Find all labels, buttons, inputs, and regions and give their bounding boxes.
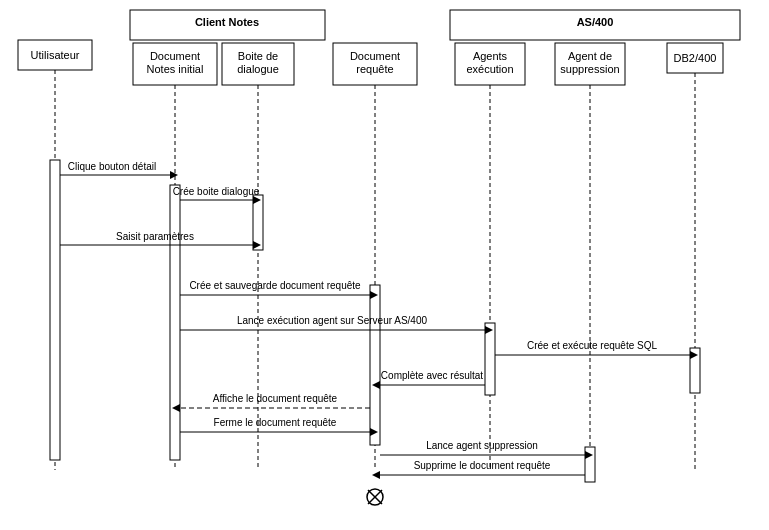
svg-rect-30 (50, 160, 60, 460)
svg-marker-68 (372, 471, 380, 479)
svg-text:Agents: Agents (473, 50, 508, 62)
svg-text:Document: Document (350, 50, 400, 62)
svg-text:Complète avec résultat: Complète avec résultat (381, 370, 483, 381)
svg-text:Client Notes: Client Notes (195, 16, 259, 28)
svg-text:Supprime le document requête: Supprime le document requête (414, 460, 551, 471)
svg-text:Document: Document (150, 50, 200, 62)
svg-rect-31 (170, 185, 180, 460)
svg-text:Ferme le document requête: Ferme le document requête (214, 417, 337, 428)
svg-text:Clique bouton détail: Clique bouton détail (68, 161, 156, 172)
svg-text:AS/400: AS/400 (577, 16, 614, 28)
sequence-diagram: Client Notes AS/400 Utilisateur Document… (0, 0, 769, 530)
svg-text:Notes initial: Notes initial (147, 63, 204, 75)
svg-text:exécution: exécution (466, 63, 513, 75)
svg-text:Crée boite dialogue: Crée boite dialogue (173, 186, 260, 197)
svg-text:Lance exécution agent sur Serv: Lance exécution agent sur Serveur AS/400 (237, 315, 428, 326)
svg-text:Crée et exécute requête SQL: Crée et exécute requête SQL (527, 340, 658, 351)
svg-text:Utilisateur: Utilisateur (31, 49, 80, 61)
svg-text:Boite de: Boite de (238, 50, 278, 62)
svg-text:DB2/400: DB2/400 (674, 52, 717, 64)
svg-text:Saisit paramètres: Saisit paramètres (116, 231, 194, 242)
svg-text:Lance agent suppression: Lance agent suppression (426, 440, 538, 451)
svg-marker-38 (170, 171, 178, 179)
svg-text:Crée et sauvegarde document re: Crée et sauvegarde document requête (189, 280, 361, 291)
svg-rect-34 (485, 323, 495, 395)
svg-text:suppression: suppression (560, 63, 619, 75)
svg-rect-33 (370, 285, 380, 445)
svg-text:dialogue: dialogue (237, 63, 279, 75)
svg-text:Affiche le document requête: Affiche le document requête (213, 393, 338, 404)
svg-text:Agent de: Agent de (568, 50, 612, 62)
svg-text:requête: requête (356, 63, 393, 75)
